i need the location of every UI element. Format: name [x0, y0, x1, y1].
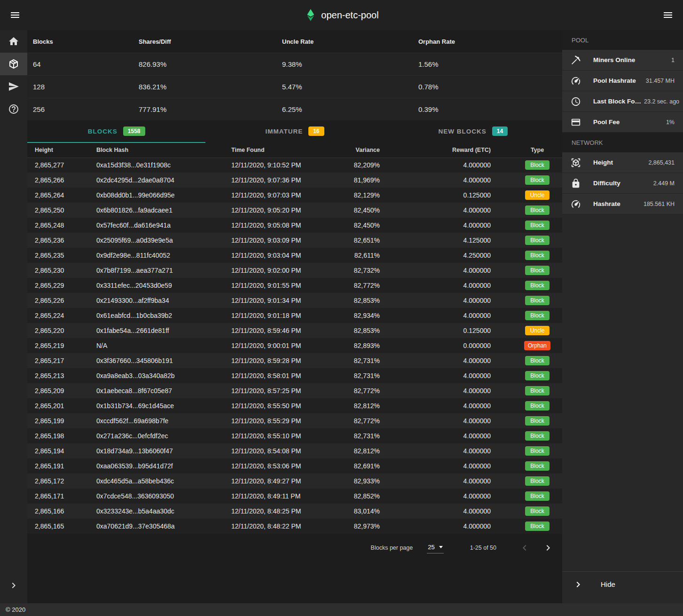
- table-row: 2,865,2130xa9a8eab3...03a340a82b12/11/20…: [27, 368, 562, 383]
- type-badge: Block: [525, 175, 550, 185]
- height-cell: 2,865,165: [27, 519, 89, 534]
- reward-cell: 4.000000: [401, 173, 512, 188]
- right-menu-icon[interactable]: [662, 9, 674, 21]
- type-cell: Block: [512, 233, 562, 248]
- height-cell: 2,865,213: [27, 368, 89, 383]
- block-hash-cell: 0x21493300...af2ff9ba34: [89, 293, 224, 308]
- rail-expand-chevron-icon[interactable]: [0, 574, 27, 597]
- tab-immature[interactable]: IMMATURE16: [205, 120, 384, 143]
- stats-value: 128: [33, 83, 139, 91]
- nav-blocks-icon[interactable]: [0, 53, 27, 75]
- type-badge: Block: [525, 251, 550, 260]
- pool-section-title: POOL: [562, 30, 683, 50]
- height-cell: 2,865,220: [27, 323, 89, 338]
- type-cell: Uncle: [512, 188, 562, 203]
- table-row: 2,865,2480x57fec60f...da616e941a12/11/20…: [27, 218, 562, 233]
- right-stats-panel: POOL Miners Online1Pool Hashrate31.457 M…: [562, 30, 683, 603]
- block-hash-cell: 0x9df2e98e...811fc40052: [89, 248, 224, 263]
- type-cell: Block: [512, 383, 562, 398]
- type-cell: Uncle: [512, 323, 562, 338]
- stat-label: Last Block Fo…: [593, 98, 641, 105]
- table-row: 2,865,2640xb08dd0b1...99e066d95e12/11/20…: [27, 188, 562, 203]
- previous-page-icon[interactable]: [519, 542, 530, 553]
- variance-cell: 82,450%: [345, 203, 401, 218]
- type-cell: Block: [512, 263, 562, 278]
- reward-cell: 4.000000: [401, 443, 512, 458]
- stats-value: 5.47%: [282, 83, 418, 91]
- height-cell: 2,865,191: [27, 458, 89, 474]
- block-hash-cell: 0x271a236c...0efcfdf2ec: [89, 428, 224, 443]
- reward-cell: 0.125000: [401, 188, 512, 203]
- height-cell: 2,865,236: [27, 233, 89, 248]
- time-found-cell: 12/11/2020, 8:58:01 PM: [224, 368, 345, 383]
- variance-cell: 82,209%: [345, 158, 401, 173]
- nav-payments-icon[interactable]: [0, 75, 27, 98]
- type-badge: Block: [525, 236, 550, 245]
- nav-help-icon[interactable]: [0, 98, 27, 120]
- hide-panel-button[interactable]: Hide: [562, 571, 683, 597]
- block-hash-cell: 0x3311efec...20453d0e59: [89, 278, 224, 293]
- height-cell: 2,865,229: [27, 278, 89, 293]
- type-cell: Block: [512, 368, 562, 383]
- reward-cell: 4.000000: [401, 353, 512, 368]
- type-badge: Block: [525, 296, 550, 305]
- nav-home-icon[interactable]: [0, 30, 27, 53]
- time-found-cell: 12/11/2020, 9:07:03 PM: [224, 188, 345, 203]
- reward-cell: 0.000000: [401, 338, 512, 353]
- blocks-table: Height Block Hash Time Found Variance Re…: [27, 143, 562, 534]
- tab-new-blocks[interactable]: NEW BLOCKS14: [384, 120, 562, 143]
- variance-cell: 82,129%: [345, 188, 401, 203]
- variance-cell: 82,772%: [345, 383, 401, 398]
- reward-cell: 4.000000: [401, 203, 512, 218]
- variance-cell: 82,853%: [345, 293, 401, 308]
- block-hash-cell: 0x3f367660...345806b191: [89, 353, 224, 368]
- tab-blocks[interactable]: BLOCKS1558: [27, 120, 205, 143]
- reward-cell: 4.000000: [401, 293, 512, 308]
- height-cell: 2,865,250: [27, 203, 89, 218]
- reward-cell: 4.125000: [401, 233, 512, 248]
- time-found-cell: 12/11/2020, 8:59:28 PM: [224, 353, 345, 368]
- reward-cell: 4.000000: [401, 263, 512, 278]
- col-header-height: Height: [27, 143, 89, 158]
- reward-cell: 4.000000: [401, 519, 512, 534]
- next-page-icon[interactable]: [542, 542, 554, 553]
- type-badge: Uncle: [525, 326, 550, 335]
- height-cell: 2,865,166: [27, 504, 89, 519]
- stats-value: 64: [33, 60, 139, 68]
- stats-row: 64826.93%9.38%1.56%: [27, 53, 562, 75]
- stat-item: Pool Hashrate31.457 MH: [562, 71, 683, 91]
- table-row: 2,865,2360x25095f69...a0d39e9e5a12/11/20…: [27, 233, 562, 248]
- left-menu-icon[interactable]: [9, 9, 21, 21]
- table-row: 2,865,2350x9df2e98e...811fc4005212/11/20…: [27, 248, 562, 263]
- stats-col-blocks: Blocks: [33, 38, 139, 45]
- variance-cell: 82,772%: [345, 413, 401, 428]
- time-found-cell: 12/11/2020, 9:10:52 PM: [224, 158, 345, 173]
- variance-cell: 82,893%: [345, 338, 401, 353]
- stats-col-orphan-rate: Orphan Rate: [418, 38, 562, 45]
- reward-cell: 4.000000: [401, 504, 512, 519]
- reward-cell: 4.000000: [401, 308, 512, 323]
- col-header-reward: Reward (ETC): [401, 143, 512, 158]
- type-cell: Block: [512, 278, 562, 293]
- col-header-block-hash: Block Hash: [89, 143, 224, 158]
- type-badge: Block: [525, 266, 550, 275]
- tabs: BLOCKS1558IMMATURE16NEW BLOCKS14: [27, 120, 562, 143]
- reward-cell: 4.000000: [401, 474, 512, 489]
- stats-value: 256: [33, 105, 139, 113]
- variance-cell: 82,973%: [345, 519, 401, 534]
- type-badge: Block: [525, 221, 550, 230]
- height-cell: 2,865,172: [27, 474, 89, 489]
- type-cell: Block: [512, 413, 562, 428]
- height-cell: 2,865,230: [27, 263, 89, 278]
- type-badge: Uncle: [525, 190, 550, 200]
- per-page-select[interactable]: 25: [427, 543, 443, 553]
- time-found-cell: 12/11/2020, 9:03:09 PM: [224, 233, 345, 248]
- table-row: 2,865,1980x271a236c...0efcfdf2ec12/11/20…: [27, 428, 562, 443]
- variance-cell: 82,731%: [345, 428, 401, 443]
- variance-cell: 82,731%: [345, 368, 401, 383]
- type-cell: Block: [512, 203, 562, 218]
- type-badge: Block: [525, 386, 550, 395]
- reward-cell: 4.000000: [401, 278, 512, 293]
- block-hash-cell: 0xdc465d5a...a58beb436c: [89, 474, 224, 489]
- table-row: 2,865,2770xa15d3f38...0e31f1908c12/11/20…: [27, 158, 562, 173]
